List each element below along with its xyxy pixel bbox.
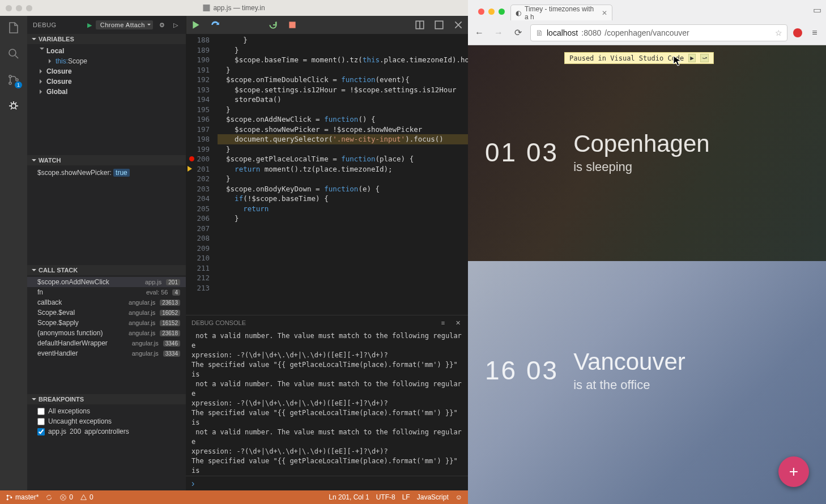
code-editor[interactable]: 1881891901911921931941951961971981992002… [186,34,468,315]
git-icon[interactable]: 1 [6,72,21,87]
search-icon[interactable] [6,46,21,61]
scope-row[interactable]: Closure [27,76,186,87]
gear-icon[interactable]: ⚙ [157,20,167,29]
breakpoints-header[interactable]: BREAKPOINTS [27,394,186,404]
stack-frame[interactable]: eventHandlerangular.js3334 [27,348,186,358]
step-icon[interactable]: ⤻ [700,54,709,62]
svg-point-0 [9,49,16,56]
step-into-icon[interactable] [229,20,240,30]
scope-row[interactable]: Closure [27,66,186,76]
chrome-window: ◐ Timey - timezones with a h ✕ ▭ ← → ⟳ 🗎… [468,0,826,504]
console-filter-icon[interactable]: ≡ [438,318,448,327]
editor-pane: 1881891901911921931941951961971981992002… [186,16,468,490]
cursor-position[interactable]: Ln 201, Col 1 [329,493,369,501]
stop-icon[interactable] [287,20,297,30]
debug-config-dropdown[interactable]: Chrome Attach [96,20,153,29]
traffic-close-icon[interactable] [6,5,12,11]
debug-sidebar: DEBUG ▶ Chrome Attach ⚙ ▷ VARIABLES Loca… [27,16,186,490]
git-branch[interactable]: master* [6,493,39,501]
stack-frame[interactable]: $scope.onAddNewClickapp.js201 [27,277,186,287]
profile-icon[interactable]: ▭ [813,5,821,15]
add-city-button[interactable]: + [778,456,809,487]
traffic-close-icon[interactable] [478,8,484,15]
debug-label: DEBUG [33,22,57,28]
back-icon[interactable]: ← [472,26,486,40]
activity-bar: 1 [0,16,27,490]
scope-row[interactable]: Global [27,87,186,97]
debug-toolbar [186,16,468,34]
errors[interactable]: 0 [59,493,73,501]
sync-icon[interactable] [45,494,53,501]
debug-header: DEBUG ▶ Chrome Attach ⚙ ▷ [27,16,186,34]
traffic-minimize-icon[interactable] [488,8,495,15]
stack-frame[interactable]: callbackangular.js23613 [27,297,186,307]
svg-rect-5 [289,22,295,28]
console-input[interactable]: › [186,476,468,490]
svg-point-8 [7,494,8,496]
split-editor-icon[interactable] [415,20,425,30]
breakpoint-row[interactable]: app.js 200 app/controllers [27,426,186,437]
file-icon [203,5,210,11]
resume-icon[interactable]: ▶ [688,54,696,62]
svg-rect-7 [435,21,443,29]
stack-frame[interactable]: Scope.$evalangular.js16052 [27,307,186,318]
encoding[interactable]: UTF-8 [376,493,395,501]
more-icon[interactable] [434,20,444,30]
extension-icon[interactable] [793,28,802,37]
traffic-zoom-icon[interactable] [499,8,505,15]
feedback-icon[interactable]: ☺ [455,493,462,501]
variables-header[interactable]: VARIABLES [27,34,186,44]
tab-close-icon[interactable]: ✕ [602,9,607,17]
git-badge: 1 [15,82,22,88]
stack-frame[interactable]: defaultHandlerWrapperangular.js3346 [27,338,186,348]
city-time: 01 03 [485,137,559,168]
forward-icon[interactable]: → [492,26,505,40]
language-mode[interactable]: JavaScript [417,493,449,501]
stack-frame[interactable]: (anonymous function)angular.js23618 [27,328,186,338]
page-icon: 🗎 [535,28,543,37]
city-row-copenhagen[interactable]: 01 03 Copenhagen is sleeping [485,130,710,174]
restart-icon[interactable] [268,20,278,30]
page-content: Paused in Visual Studio Code ▶ ⤻ 01 03 C… [468,45,826,504]
city-row-vancouver[interactable]: 16 03 Vancouver is at the office [485,348,686,392]
start-debug-icon[interactable]: ▶ [87,22,92,29]
traffic-minimize-icon[interactable] [16,5,22,11]
continue-icon[interactable] [191,20,201,30]
step-over-icon[interactable] [210,20,220,30]
breakpoint-row[interactable]: Uncaught exceptions [27,416,186,426]
scope-row[interactable]: Local [27,46,186,56]
bookmark-icon[interactable]: ☆ [775,28,782,37]
city-time: 16 03 [485,355,559,386]
chrome-menu-icon[interactable]: ≡ [808,26,821,40]
warnings[interactable]: 0 [80,493,93,501]
browser-tab[interactable]: ◐ Timey - timezones with a h ✕ [510,5,612,20]
console-output[interactable]: not a valid number. The value must match… [186,330,468,476]
paused-text: Paused in Visual Studio Code [569,54,684,62]
stack-frame[interactable]: fneval: 564 [27,287,186,297]
console-toggle-icon[interactable]: ▷ [171,20,180,29]
status-bar: master* 0 0 Ln 201, Col 1 UTF-8 LF JavaS… [0,490,468,504]
close-editor-icon[interactable] [453,20,463,30]
callstack-header[interactable]: CALL STACK [27,265,186,275]
eol[interactable]: LF [402,493,410,501]
svg-point-2 [9,82,11,84]
breakpoint-row[interactable]: All exceptions [27,406,186,416]
svg-point-3 [16,79,18,81]
reload-icon[interactable]: ⟳ [511,26,525,40]
console-close-icon[interactable]: ✕ [453,318,462,327]
url-path: /copenhagen/vancouver [604,28,689,37]
debug-icon[interactable] [6,99,21,113]
svg-point-4 [11,104,16,108]
step-out-icon[interactable] [249,20,259,30]
stack-frame[interactable]: Scope.$applyangular.js16152 [27,318,186,328]
city-status: is sleeping [573,160,710,174]
city-name: Copenhagen [573,130,710,157]
watch-header[interactable]: WATCH [27,155,186,165]
explorer-icon[interactable] [6,20,21,35]
window-title: app.js — timey.in [213,4,265,12]
traffic-zoom-icon[interactable] [26,5,32,11]
address-bar[interactable]: 🗎 localhost:8080/copenhagen/vancouver ☆ [530,24,787,41]
variable-row[interactable]: this: Scope [27,56,186,66]
debug-console-label: DEBUG CONSOLE [191,319,246,326]
watch-row[interactable]: $scope.showNewPicker: true [27,167,186,178]
